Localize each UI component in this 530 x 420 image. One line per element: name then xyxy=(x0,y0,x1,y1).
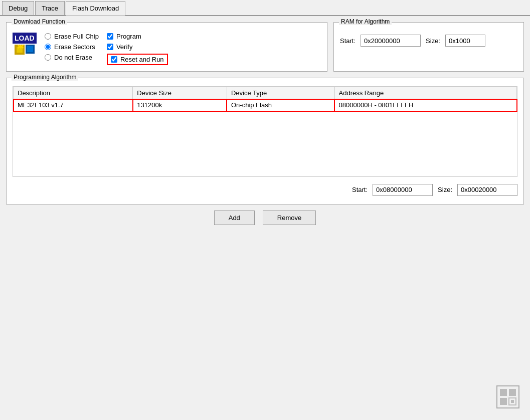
ram-start-label: Start: xyxy=(340,37,356,45)
pa-start-label: Start: xyxy=(352,186,368,193)
tab-debug[interactable]: Debug xyxy=(2,1,34,15)
svg-rect-12 xyxy=(511,400,514,403)
watermark xyxy=(496,385,520,410)
table-wrapper: Description Device Size Device Type Addr… xyxy=(13,86,517,177)
ram-algorithm-group: RAM for Algorithm Start: Size: xyxy=(333,22,524,72)
main-content: Download Function LOAD xyxy=(0,16,530,231)
table-header-row: Description Device Size Device Type Addr… xyxy=(14,87,517,99)
cell-device-size: 131200k xyxy=(133,99,227,111)
pa-table: Description Device Size Device Type Addr… xyxy=(13,87,517,171)
col-device-type: Device Type xyxy=(227,87,334,99)
col-address-range: Address Range xyxy=(334,87,516,99)
radio-column: Erase Full Chip Erase Sectors Do not Era… xyxy=(45,33,99,61)
ram-size-label: Size: xyxy=(426,37,440,45)
pa-size-input[interactable] xyxy=(457,184,517,196)
svg-rect-10 xyxy=(500,398,507,405)
pa-footer: Start: Size: xyxy=(13,182,517,198)
cell-address-range: 08000000H - 0801FFFFH xyxy=(334,99,516,111)
tab-flash-download[interactable]: Flash Download xyxy=(66,1,125,16)
ram-algorithm-label: RAM for Algorithm xyxy=(339,18,392,25)
action-buttons: Add Remove xyxy=(6,211,524,225)
svg-rect-9 xyxy=(509,389,516,396)
table-row[interactable]: ME32F103 v1.7 131200k On-chip Flash 0800… xyxy=(14,99,517,111)
programming-algorithm-label: Programming Algorithm xyxy=(12,74,78,81)
svg-rect-6 xyxy=(27,46,33,52)
radio-erase-full-chip[interactable]: Erase Full Chip xyxy=(45,33,99,40)
download-function-group: Download Function LOAD xyxy=(6,22,327,72)
load-icon: LOAD xyxy=(13,33,37,57)
radio-do-not-erase[interactable]: Do not Erase xyxy=(45,54,99,61)
svg-rect-8 xyxy=(500,389,507,396)
top-row: Download Function LOAD xyxy=(6,22,524,72)
remove-button[interactable]: Remove xyxy=(263,211,316,225)
col-description: Description xyxy=(14,87,133,99)
checkbox-program[interactable]: Program xyxy=(107,33,168,40)
add-button[interactable]: Add xyxy=(214,211,255,225)
cell-description: ME32F103 v1.7 xyxy=(14,99,133,111)
checkbox-verify[interactable]: Verify xyxy=(107,43,168,51)
radio-erase-sectors[interactable]: Erase Sectors xyxy=(45,43,99,51)
pa-size-label: Size: xyxy=(438,186,452,193)
programming-algorithm-group: Programming Algorithm Description Device… xyxy=(6,78,524,204)
ram-size-input[interactable] xyxy=(445,35,485,47)
tab-bar: Debug Trace Flash Download xyxy=(0,0,530,16)
ram-content: Start: Size: xyxy=(340,35,517,47)
pa-start-input[interactable] xyxy=(373,184,433,196)
tab-trace[interactable]: Trace xyxy=(35,1,65,15)
df-content: LOAD Erase Full Chip xyxy=(13,31,321,65)
cell-device-type: On-chip Flash xyxy=(227,99,334,111)
col-device-size: Device Size xyxy=(133,87,227,99)
checkbox-reset-and-run[interactable]: Reset and Run xyxy=(111,56,164,63)
ram-start-input[interactable] xyxy=(361,35,421,47)
reset-and-run-box: Reset and Run xyxy=(107,54,168,65)
download-function-label: Download Function xyxy=(12,18,67,25)
checkbox-column: Program Verify Reset and Run xyxy=(107,33,168,65)
svg-text:LOAD: LOAD xyxy=(15,34,35,42)
